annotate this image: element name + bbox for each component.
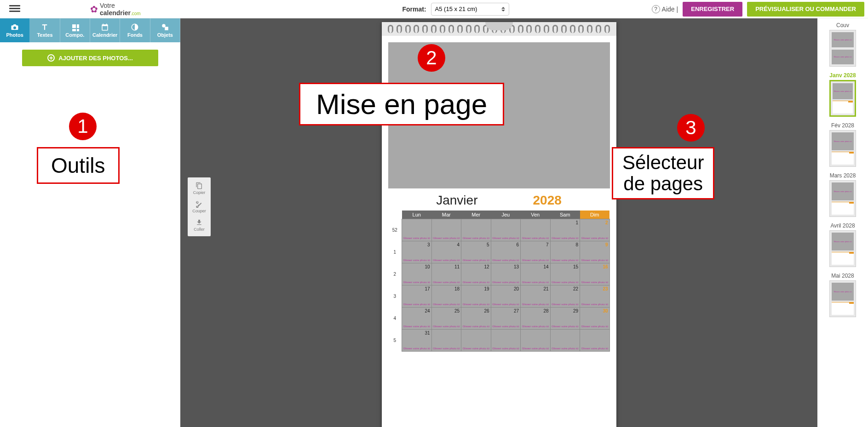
canvas[interactable]: Janvier 2028 LunMarMerJeuVenSamDim 52Gli…: [180, 18, 817, 427]
add-photos-button[interactable]: + AJOUTER DES PHOTOS...: [22, 50, 158, 66]
calendar-cell[interactable]: 11Glissez votre photo ici: [431, 263, 461, 285]
calendar-cell[interactable]: Glissez votre photo ici: [461, 330, 491, 352]
page-thumb[interactable]: Janv 2028Glissez votre photo ici: [829, 72, 856, 117]
annotation-3-badge: 3: [677, 114, 705, 142]
week-number: 52: [388, 219, 402, 241]
calendar-cell[interactable]: 28Glissez votre photo ici: [521, 307, 551, 330]
page-selector: CouvGlissez votre photo iciGlissez votre…: [817, 18, 868, 427]
logo-top: Votre: [100, 2, 115, 9]
annotation-1-badge: 1: [69, 113, 97, 140]
tab-fonds[interactable]: Fonds: [120, 18, 150, 42]
calendar-cell[interactable]: Glissez votre photo ici: [580, 330, 610, 352]
calendar-cell[interactable]: 22Glissez votre photo ici: [550, 285, 580, 307]
day-header: Mer: [461, 211, 491, 219]
day-header: Jeu: [491, 211, 521, 219]
cut-button[interactable]: Couper: [188, 198, 211, 216]
calendar-cell[interactable]: 6Glissez votre photo ici: [491, 241, 521, 263]
calendar-cell[interactable]: 29Glissez votre photo ici: [550, 307, 580, 330]
calendar-cell[interactable]: 16Glissez votre photo ici: [580, 263, 610, 285]
day-header: Dim: [580, 211, 610, 219]
camera-icon: [11, 23, 19, 31]
page-thumb[interactable]: Avril 2028Glissez votre photo ici: [829, 222, 856, 267]
calendar-cell[interactable]: 14Glissez votre photo ici: [521, 263, 551, 285]
thumb-label: Couv: [829, 22, 856, 28]
annotation-1-label: Outils: [37, 147, 120, 184]
thumb-label: Mai 2028: [829, 273, 856, 279]
calendar-cell[interactable]: 8Glissez votre photo ici: [550, 241, 580, 263]
help-link[interactable]: ? Aide |: [652, 5, 678, 13]
calendar-cell[interactable]: Glissez votre photo ici: [431, 219, 461, 241]
thumb-preview[interactable]: Glissez votre photo ici: [829, 180, 856, 217]
tab-objets[interactable]: Objets: [150, 18, 180, 42]
paste-icon: [195, 219, 203, 226]
calendar-cell[interactable]: Glissez votre photo ici: [402, 219, 432, 241]
calendar-cell[interactable]: Glissez votre photo ici: [461, 219, 491, 241]
tab-compo[interactable]: Compo.: [60, 18, 90, 42]
logo-flower-icon: ✿: [90, 4, 98, 15]
week-number: 3: [388, 285, 402, 307]
day-header: Ven: [521, 211, 551, 219]
calendar-cell[interactable]: 23Glissez votre photo ici: [580, 285, 610, 307]
week-number: 2: [388, 263, 402, 285]
calendar-cell[interactable]: 18Glissez votre photo ici: [431, 285, 461, 307]
calendar-cell[interactable]: 9Glissez votre photo ici: [580, 241, 610, 263]
calendar-cell[interactable]: Glissez votre photo ici: [491, 219, 521, 241]
calendar-cell[interactable]: 27Glissez votre photo ici: [491, 307, 521, 330]
calendar-cell[interactable]: Glissez votre photo ici: [550, 330, 580, 352]
page-thumb[interactable]: Fév 2028Glissez votre photo ici: [829, 122, 856, 167]
calendar-cell[interactable]: Glissez votre photo ici: [521, 219, 551, 241]
calendar-cell[interactable]: 2Glissez votre photo ici: [580, 219, 610, 241]
thumb-preview[interactable]: Glissez votre photo ici: [829, 80, 856, 117]
annotation-3-label: Sélecteurde pages: [612, 147, 714, 199]
day-header: Lun: [402, 211, 432, 219]
calendar-cell[interactable]: 19Glissez votre photo ici: [461, 285, 491, 307]
calendar-cell[interactable]: 5Glissez votre photo ici: [461, 241, 491, 263]
calendar-cell[interactable]: 25Glissez votre photo ici: [431, 307, 461, 330]
tab-photos[interactable]: Photos: [0, 18, 30, 42]
copy-button[interactable]: Copier: [188, 179, 211, 198]
calendar-cell[interactable]: 13Glissez votre photo ici: [491, 263, 521, 285]
svg-rect-2: [165, 27, 168, 30]
calendar-cell[interactable]: Glissez votre photo ici: [431, 330, 461, 352]
week-number: 1: [388, 241, 402, 263]
calendar-cell[interactable]: 10Glissez votre photo ici: [402, 263, 432, 285]
thumb-preview[interactable]: Glissez votre photo iciGlissez votre pho…: [829, 30, 856, 67]
calendar-cell[interactable]: 3Glissez votre photo ici: [402, 241, 432, 263]
page-thumb[interactable]: CouvGlissez votre photo iciGlissez votre…: [829, 22, 856, 67]
calendar-cell[interactable]: 21Glissez votre photo ici: [521, 285, 551, 307]
calendar-cell[interactable]: 15Glissez votre photo ici: [550, 263, 580, 285]
calendar-cell[interactable]: 7Glissez votre photo ici: [521, 241, 551, 263]
calendar-cell[interactable]: 24Glissez votre photo ici: [402, 307, 432, 330]
copy-icon: [195, 182, 203, 189]
save-button[interactable]: ENREGISTRER: [683, 2, 742, 17]
tab-textes[interactable]: Textes: [30, 18, 60, 42]
help-text: Aide: [662, 6, 675, 13]
calendar-cell[interactable]: 1Glissez votre photo ici: [550, 219, 580, 241]
calendar-cell[interactable]: Glissez votre photo ici: [491, 330, 521, 352]
calendar-cell[interactable]: 17Glissez votre photo ici: [402, 285, 432, 307]
format-select[interactable]: A5 (15 x 21 cm): [431, 3, 509, 16]
tab-calendrier[interactable]: Calendrier: [90, 18, 120, 42]
plus-icon: +: [47, 54, 55, 62]
calendar-cell[interactable]: 30Glissez votre photo ici: [580, 307, 610, 330]
menu-icon[interactable]: [9, 5, 20, 13]
day-header: Mar: [431, 211, 461, 219]
calendar-cell[interactable]: 20Glissez votre photo ici: [491, 285, 521, 307]
page-thumb[interactable]: Mars 2028Glissez votre photo ici: [829, 172, 856, 217]
thumb-preview[interactable]: Glissez votre photo ici: [829, 230, 856, 267]
thumb-preview[interactable]: Glissez votre photo ici: [829, 280, 856, 317]
preview-button[interactable]: PRÉVISUALISER OU COMMANDER: [747, 2, 864, 17]
thumb-preview[interactable]: Glissez votre photo ici: [829, 130, 856, 167]
page-thumb[interactable]: Mai 2028Glissez votre photo ici: [829, 273, 856, 317]
calendar-cell[interactable]: 4Glissez votre photo ici: [431, 241, 461, 263]
logo[interactable]: ✿ Votre calendrier.com: [90, 2, 141, 17]
paste-button[interactable]: Coller: [188, 216, 211, 234]
week-number: 5: [388, 330, 402, 352]
thumb-label: Fév 2028: [829, 122, 856, 129]
calendar-cell[interactable]: 12Glissez votre photo ici: [461, 263, 491, 285]
month-label: Janvier: [436, 193, 477, 208]
thumb-label: Mars 2028: [829, 172, 856, 179]
calendar-cell[interactable]: Glissez votre photo ici: [521, 330, 551, 352]
calendar-cell[interactable]: 26Glissez votre photo ici: [461, 307, 491, 330]
calendar-cell[interactable]: 31Glissez votre photo ici: [402, 330, 432, 352]
